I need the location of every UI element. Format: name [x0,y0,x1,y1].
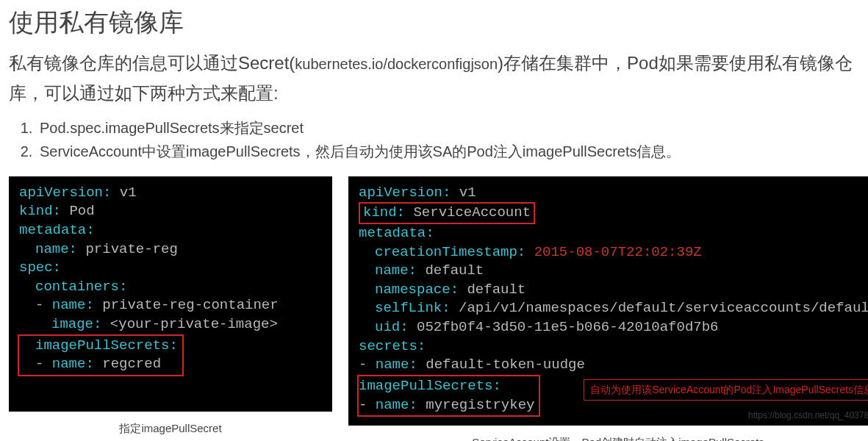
yaml-key: name [375,262,409,279]
left-column: apiVersion: v1 kind: Pod metadata: name:… [9,176,332,436]
yaml-key: metadata [359,225,426,241]
yaml-key: secrets [359,338,417,354]
yaml-value: v1 [459,184,476,201]
yaml-key: imagePullSecrets [359,378,492,394]
right-caption: ServiceAccount设置，Pod创建时自动注入imagePullSecr… [348,436,868,441]
yaml-dash: - [35,356,52,372]
yaml-key: kind [363,204,397,220]
yaml-key: name [376,356,409,373]
yaml-value: regcred [102,356,161,372]
yaml-key: namespace [375,282,451,298]
watermark: https://blog.csdn.net/qq_40378034 [748,409,868,421]
yaml-key: kind [19,203,53,219]
pod-yaml-code: apiVersion: v1 kind: Pod metadata: name:… [9,176,332,412]
left-caption: 指定imagePullSecret [9,422,332,436]
yaml-key: imagePullSecrets [35,337,169,354]
callout-box: 自动为使用该ServiceAccount的Pod注入ImagePullSecre… [584,379,868,401]
yaml-value: default-token-uudge [426,356,585,373]
intro-text-a: 私有镜像仓库的信息可以通过Secret( [9,53,295,73]
code-columns: apiVersion: v1 kind: Pod metadata: name:… [9,176,859,441]
yaml-value: 052fb0f4-3d50-11e5-b066-42010af0d7b6 [417,319,718,335]
highlight-box: imagePullSecrets: - name: regcred [18,334,184,376]
yaml-value: private-reg-container [102,297,278,313]
yaml-value: Pod [69,203,94,219]
yaml-value: default [425,262,484,279]
intro-paragraph: 私有镜像仓库的信息可以通过Secret(kubernetes.io/docker… [9,49,859,109]
yaml-key: name [376,397,409,413]
yaml-value: /api/v1/namespaces/default/serviceaccoun… [459,300,868,316]
yaml-key: creationTimestamp [375,244,517,260]
page-title: 使用私有镜像库 [9,6,859,40]
yaml-dash: - [35,297,52,313]
list-item: Pod.spec.imagePullSecrets来指定secret [37,116,859,140]
yaml-value: <your-private-image> [110,316,278,332]
yaml-key: apiVersion [19,184,103,201]
yaml-key: name [52,297,86,313]
yaml-key: name [52,356,86,372]
intro-paren: kubernetes.io/dockerconfigjson [295,56,498,72]
yaml-value: myregistrykey [426,397,534,413]
yaml-key: image [51,316,93,332]
serviceaccount-yaml-code: apiVersion: v1 kind: ServiceAccount meta… [348,176,868,426]
yaml-value: ServiceAccount [413,204,531,220]
right-column: apiVersion: v1 kind: ServiceAccount meta… [348,176,868,441]
yaml-key: metadata [19,222,86,238]
yaml-key: uid [375,319,400,335]
yaml-value: v1 [120,184,137,201]
yaml-dash: - [359,397,376,413]
yaml-key: selfLink [375,300,442,316]
yaml-value: 2015-08-07T22:02:39Z [534,244,702,260]
highlight-box: imagePullSecrets: - name: myregistrykey [357,375,540,417]
yaml-key: spec [19,259,53,276]
yaml-key: containers [35,279,119,295]
yaml-value: default [467,282,526,298]
yaml-key: name [35,241,69,257]
method-list: Pod.spec.imagePullSecrets来指定secret Servi… [37,116,859,163]
list-item: ServiceAccount中设置imagePullSecrets，然后自动为使… [37,140,859,163]
yaml-key: apiVersion [359,184,442,201]
yaml-value: private-reg [85,241,177,257]
yaml-dash: - [359,356,376,373]
highlight-box: kind: ServiceAccount [359,202,535,224]
